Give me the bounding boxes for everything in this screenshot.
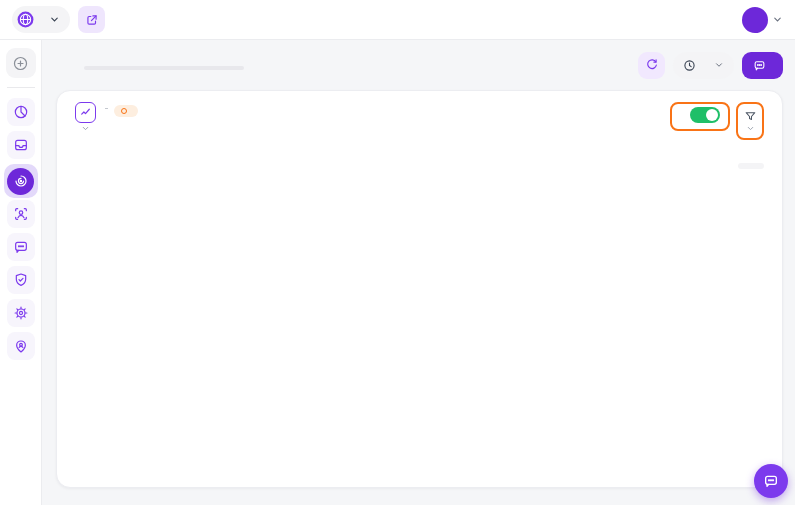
toggle-knob — [706, 109, 718, 121]
new-badge-dot-icon — [121, 108, 127, 114]
quota-block — [84, 60, 244, 70]
refresh-button[interactable] — [638, 52, 665, 79]
compare-toggle[interactable] — [690, 107, 720, 123]
avatar-chevron-down-icon[interactable] — [772, 14, 783, 25]
line-chart-icon[interactable] — [75, 102, 96, 123]
sidebar — [0, 40, 42, 505]
user-target-icon — [13, 206, 29, 222]
sidebar-item-inbox[interactable] — [7, 131, 35, 159]
external-link-icon — [85, 13, 99, 27]
chevron-down-icon — [714, 60, 724, 70]
stats-row — [75, 149, 764, 153]
chevron-down-icon — [49, 14, 60, 25]
pie-chart-icon — [13, 104, 29, 120]
quota-progress-bar — [84, 66, 244, 70]
chat-icon — [753, 59, 766, 72]
stat-forwarded-page-views — [534, 149, 764, 153]
date-range-selector[interactable] — [673, 52, 734, 79]
sidebar-item-conversations[interactable] — [7, 233, 35, 261]
stat-referred-sessions-page-views — [305, 149, 535, 153]
inbox-icon — [13, 137, 29, 153]
new-badge — [114, 105, 138, 117]
compare-previous-period-box — [670, 102, 730, 131]
traffic-overview-card — [56, 90, 783, 488]
support-chat-button[interactable] — [754, 464, 788, 498]
user-avatar[interactable] — [742, 7, 768, 33]
shield-check-icon — [13, 272, 29, 288]
sidebar-item-audience[interactable] — [7, 200, 35, 228]
show-data-by — [75, 163, 764, 169]
clock-icon — [683, 59, 696, 72]
user-pin-icon — [13, 338, 29, 354]
chat-icon — [763, 473, 779, 489]
sidebar-divider — [7, 87, 35, 88]
sidebar-item-settings[interactable] — [7, 299, 35, 327]
domain-selector[interactable] — [12, 6, 70, 33]
traffic-chart — [75, 173, 764, 387]
funnel-icon — [744, 110, 757, 123]
chevron-down-icon — [81, 124, 90, 133]
sidebar-item-visitors[interactable] — [7, 332, 35, 360]
stat-overall-website-page-views — [75, 149, 305, 153]
open-site-button[interactable] — [78, 6, 105, 33]
chevron-down-icon — [746, 124, 755, 133]
plus-circle-icon[interactable] — [6, 48, 36, 78]
top-bar — [0, 0, 795, 40]
page-header — [56, 40, 783, 90]
sidebar-item-analytics[interactable] — [7, 98, 35, 126]
ai-assistant-button[interactable] — [742, 52, 783, 79]
sidebar-item-security[interactable] — [7, 266, 35, 294]
globe-icon — [16, 10, 35, 29]
filter-button[interactable] — [736, 102, 764, 140]
sidebar-item-traffic[interactable] — [4, 164, 38, 198]
traffic-spiral-icon — [7, 168, 34, 195]
gear-icon — [13, 305, 29, 321]
refresh-icon — [645, 58, 659, 72]
card-title — [105, 102, 107, 109]
chat-icon — [13, 239, 29, 255]
